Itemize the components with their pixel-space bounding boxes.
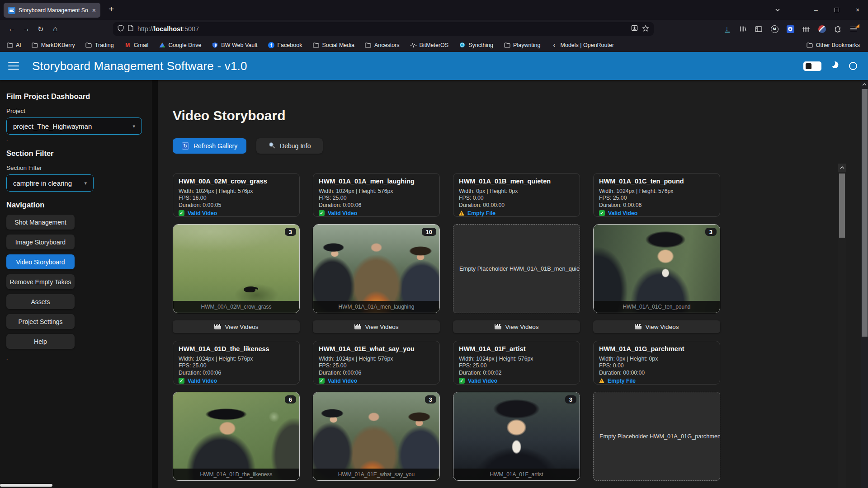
page-scrollbar[interactable] — [861, 52, 868, 488]
video-thumbnail[interactable]: 3HWM_01A_01C_ten_pound — [593, 224, 720, 313]
scroll-up-icon[interactable] — [838, 164, 846, 172]
card-duration: Duration: 0:00:05 — [179, 202, 294, 209]
bookmark-star-icon[interactable] — [642, 25, 649, 33]
folder-icon — [32, 42, 38, 48]
bookmark-item[interactable]: Social Media — [312, 42, 354, 48]
refresh-gallery-button[interactable]: ↻ Refresh Gallery — [173, 138, 246, 154]
bookmark-item[interactable]: Google Drive — [159, 42, 201, 48]
card-dimensions: Width: 1024px | Height: 576px — [179, 188, 294, 195]
storyboard-card: HWM_01A_01E_what_say_youWidth: 1024px | … — [313, 341, 440, 488]
bookmark-item[interactable]: MGmail — [124, 42, 149, 48]
storyboard-card: HWM_01A_01B_men_quietenWidth: 0px | Heig… — [453, 173, 580, 333]
tab-close-icon[interactable]: × — [91, 7, 97, 14]
dot-artifact: . — [6, 137, 146, 141]
valid-check-icon: ✓ — [319, 378, 325, 384]
view-videos-button[interactable]: View Videos — [453, 320, 580, 333]
save-page-icon[interactable] — [631, 25, 638, 33]
downloads-icon[interactable]: ↓ — [722, 24, 731, 33]
sidebar-nav-assets[interactable]: Assets — [6, 294, 75, 309]
window-close-button[interactable]: × — [847, 0, 868, 20]
window-minimize-button[interactable]: – — [806, 0, 826, 20]
sidebar-toggle-icon[interactable] — [754, 24, 763, 33]
bookmark-item[interactable]: ‹Models | OpenRouter — [551, 42, 614, 48]
clapperboard-icon — [214, 324, 221, 329]
thumbnail-image — [313, 225, 439, 313]
card-title: HWM_01A_01D_the_likeness — [179, 345, 294, 352]
card-fps: FPS: 0.00 — [599, 362, 714, 369]
fence-extension-icon[interactable] — [802, 24, 811, 33]
forward-icon[interactable]: → — [19, 22, 33, 36]
card-info: HWM_01A_01G_parchmentWidth: 0px | Height… — [593, 341, 720, 385]
shield-icon[interactable] — [118, 25, 124, 33]
section-filter-select[interactable]: campfire in clearing ▾ — [6, 174, 94, 192]
sidebar-nav-remove-empty-takes[interactable]: Remove Empty Takes — [6, 274, 75, 289]
valid-check-icon: ✓ — [319, 210, 325, 216]
sidebar-nav-help[interactable]: Help — [6, 334, 75, 349]
bookmark-item[interactable]: BW Web Vault — [212, 42, 257, 48]
reload-icon[interactable]: ↻ — [33, 22, 48, 36]
crow-shape — [244, 286, 255, 292]
warning-icon — [459, 211, 464, 216]
horizontal-scrollbar-thumb[interactable] — [0, 484, 52, 487]
thumbnail-image — [173, 392, 299, 480]
home-icon[interactable]: ⌂ — [48, 22, 62, 36]
extensions-puzzle-icon[interactable] — [833, 24, 842, 33]
waveform-icon — [410, 42, 417, 48]
dark-mode-moon-icon[interactable] — [831, 61, 840, 71]
video-thumbnail[interactable]: 6HWM_01A_01D_the_likeness — [173, 392, 300, 481]
card-fps: FPS: 25.00 — [459, 362, 574, 369]
card-dimensions: Width: 1024px | Height: 576px — [459, 356, 574, 362]
card-status: ✓Valid Video — [459, 378, 574, 384]
gallery-scrollbar-thumb[interactable] — [839, 174, 845, 238]
app-menu-icon[interactable] — [8, 62, 19, 70]
video-thumbnail[interactable]: 3HWM_01A_01F_artist — [453, 392, 580, 481]
bookmark-item[interactable]: Ancestors — [365, 42, 400, 48]
video-thumbnail[interactable]: 3HWM_01A_01E_what_say_you — [313, 392, 440, 481]
circle-icon[interactable] — [849, 62, 857, 70]
folder-icon — [807, 42, 813, 48]
library-icon[interactable] — [738, 24, 747, 33]
bookmark-item[interactable]: AI — [6, 42, 21, 48]
video-thumbnail[interactable]: 3HWM_00A_02M_crow_grass — [173, 224, 300, 313]
window-maximize-button[interactable] — [826, 0, 847, 20]
bitwarden-extension-icon[interactable] — [786, 24, 795, 33]
site-favicon-icon — [8, 7, 15, 14]
view-videos-button[interactable]: View Videos — [593, 320, 720, 333]
take-count-badge: 3 — [285, 228, 296, 236]
bookmark-item[interactable]: MarkDKBerry — [32, 42, 75, 48]
back-icon[interactable]: ← — [5, 22, 19, 36]
bookmark-item[interactable]: Syncthing — [459, 42, 493, 48]
list-all-tabs-icon[interactable] — [769, 0, 787, 20]
page-scrollbar-thumb[interactable] — [862, 89, 868, 337]
blocker-extension-icon[interactable] — [817, 24, 826, 33]
bookmark-item[interactable]: Playwriting — [504, 42, 540, 48]
sidebar-nav-shot-management[interactable]: Shot Management — [6, 215, 75, 230]
other-bookmarks[interactable]: Other Bookmarks — [807, 42, 862, 48]
video-thumbnail[interactable]: 10HWM_01A_01A_men_laughing — [313, 224, 440, 313]
bookmark-item[interactable]: BitMeterOS — [410, 42, 449, 48]
card-title: HWM_00A_02M_crow_grass — [179, 178, 294, 185]
sidebar-nav-project-settings[interactable]: Project Settings — [6, 314, 75, 329]
monica-extension-icon[interactable]: M — [770, 24, 779, 33]
card-info: HWM_01A_01A_men_laughingWidth: 1024px | … — [313, 173, 440, 217]
folder-icon — [504, 42, 510, 48]
theme-toggle[interactable] — [803, 61, 821, 71]
browser-tab[interactable]: Storyboard Management Softw × — [4, 3, 100, 18]
debug-info-button[interactable]: Debug Info — [256, 138, 323, 154]
project-select[interactable]: project_The_Highwayman ▾ — [6, 117, 142, 135]
view-videos-button[interactable]: View Videos — [313, 320, 440, 333]
bookmark-item[interactable]: fFacebook — [268, 42, 302, 48]
card-duration: Duration: 00:00:00 — [599, 370, 714, 376]
page-info-icon[interactable] — [128, 25, 133, 33]
bookmark-item[interactable]: Trading — [85, 42, 114, 48]
menu-hamburger-icon[interactable] — [849, 24, 858, 33]
sidebar-nav-video-storyboard[interactable]: Video Storyboard — [6, 254, 75, 269]
view-videos-button[interactable]: View Videos — [173, 320, 300, 333]
take-count-badge: 3 — [425, 395, 436, 404]
new-tab-button[interactable]: + — [108, 4, 114, 14]
gallery-scrollbar[interactable] — [838, 164, 846, 488]
scroll-up-icon[interactable] — [861, 81, 868, 88]
url-bar[interactable]: http://localhost:5007 — [113, 22, 654, 36]
folder-icon — [85, 42, 92, 48]
sidebar-nav-image-storyboard[interactable]: Image Storyboard — [6, 235, 75, 249]
